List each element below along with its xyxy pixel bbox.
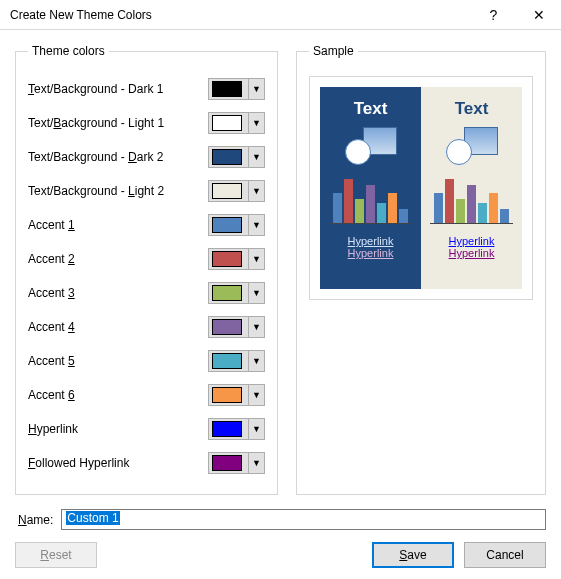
chevron-down-icon: ▼ — [248, 385, 264, 405]
sample-legend: Sample — [309, 44, 358, 58]
sample-preview: Text Hyperlink Hyperlink Text — [309, 76, 533, 300]
color-row-hyperlink: Hyperlink ▼ — [28, 412, 265, 446]
chevron-down-icon: ▼ — [248, 147, 264, 167]
color-label: Accent 6 — [28, 388, 75, 402]
chevron-down-icon: ▼ — [248, 317, 264, 337]
color-picker-light1[interactable]: ▼ — [208, 112, 265, 134]
color-row-dark1: Text/Background - Dark 1 ▼ — [28, 72, 265, 106]
chevron-down-icon: ▼ — [248, 249, 264, 269]
color-row-accent2: Accent 2 ▼ — [28, 242, 265, 276]
color-picker-accent1[interactable]: ▼ — [208, 214, 265, 236]
swatch — [212, 149, 242, 165]
window-title: Create New Theme Colors — [10, 8, 471, 22]
color-picker-accent4[interactable]: ▼ — [208, 316, 265, 338]
chevron-down-icon: ▼ — [248, 215, 264, 235]
color-row-light1: Text/Background - Light 1 ▼ — [28, 106, 265, 140]
chevron-down-icon: ▼ — [248, 79, 264, 99]
color-row-accent1: Accent 1 ▼ — [28, 208, 265, 242]
save-button[interactable]: Save — [372, 542, 454, 568]
swatch — [212, 455, 242, 471]
color-label: Accent 3 — [28, 286, 75, 300]
color-label: Text/Background - Light 2 — [28, 184, 164, 198]
sample-links: Hyperlink Hyperlink — [449, 235, 495, 259]
color-label: Accent 2 — [28, 252, 75, 266]
swatch — [212, 387, 242, 403]
swatch — [212, 285, 242, 301]
sample-chart-icon — [432, 173, 511, 223]
sample-hyperlink: Hyperlink — [449, 235, 495, 247]
swatch — [212, 319, 242, 335]
color-label: Text/Background - Dark 1 — [28, 82, 163, 96]
button-row: Reset Save Cancel — [0, 542, 561, 579]
sample-dark-card: Text Hyperlink Hyperlink — [320, 87, 421, 289]
color-row-dark2: Text/Background - Dark 2 ▼ — [28, 140, 265, 174]
name-input[interactable]: Custom 1 — [61, 509, 546, 530]
name-label: Name: — [18, 513, 53, 527]
swatch — [212, 353, 242, 369]
close-button[interactable]: ✕ — [516, 0, 561, 30]
color-label: Text/Background - Light 1 — [28, 116, 164, 130]
color-row-accent4: Accent 4 ▼ — [28, 310, 265, 344]
sample-shapes-icon — [341, 127, 401, 167]
color-picker-light2[interactable]: ▼ — [208, 180, 265, 202]
color-picker-dark2[interactable]: ▼ — [208, 146, 265, 168]
sample-text: Text — [455, 99, 489, 119]
color-picker-followed-hyperlink[interactable]: ▼ — [208, 452, 265, 474]
chevron-down-icon: ▼ — [248, 113, 264, 133]
color-label: Accent 1 — [28, 218, 75, 232]
sample-followed-hyperlink: Hyperlink — [449, 247, 495, 259]
swatch — [212, 251, 242, 267]
color-picker-accent3[interactable]: ▼ — [208, 282, 265, 304]
swatch — [212, 183, 242, 199]
color-label: Text/Background - Dark 2 — [28, 150, 163, 164]
color-row-light2: Text/Background - Light 2 ▼ — [28, 174, 265, 208]
color-label: Accent 5 — [28, 354, 75, 368]
color-row-accent3: Accent 3 ▼ — [28, 276, 265, 310]
chevron-down-icon: ▼ — [248, 181, 264, 201]
color-label: Accent 4 — [28, 320, 75, 334]
color-picker-hyperlink[interactable]: ▼ — [208, 418, 265, 440]
sample-light-card: Text Hyperlink Hyperlink — [421, 87, 522, 289]
color-label: Followed Hyperlink — [28, 456, 129, 470]
sample-chart-icon — [331, 173, 410, 223]
color-picker-dark1[interactable]: ▼ — [208, 78, 265, 100]
sample-text: Text — [354, 99, 388, 119]
sample-links: Hyperlink Hyperlink — [348, 235, 394, 259]
cancel-button[interactable]: Cancel — [464, 542, 546, 568]
reset-button: Reset — [15, 542, 97, 568]
color-row-accent6: Accent 6 ▼ — [28, 378, 265, 412]
color-row-accent5: Accent 5 ▼ — [28, 344, 265, 378]
sample-group: Sample Text Hyperlink Hyperlink — [296, 44, 546, 495]
color-picker-accent6[interactable]: ▼ — [208, 384, 265, 406]
dialog-content: Theme colors Text/Background - Dark 1 ▼ … — [0, 30, 561, 530]
swatch — [212, 217, 242, 233]
theme-colors-legend: Theme colors — [28, 44, 109, 58]
swatch — [212, 81, 242, 97]
chevron-down-icon: ▼ — [248, 351, 264, 371]
name-row: Name: Custom 1 — [18, 509, 546, 530]
swatch — [212, 115, 242, 131]
sample-hyperlink: Hyperlink — [348, 235, 394, 247]
sample-followed-hyperlink: Hyperlink — [348, 247, 394, 259]
help-button[interactable]: ? — [471, 0, 516, 30]
chevron-down-icon: ▼ — [248, 453, 264, 473]
sample-shapes-icon — [442, 127, 502, 167]
color-picker-accent5[interactable]: ▼ — [208, 350, 265, 372]
chevron-down-icon: ▼ — [248, 283, 264, 303]
color-label: Hyperlink — [28, 422, 78, 436]
title-bar: Create New Theme Colors ? ✕ — [0, 0, 561, 30]
theme-colors-group: Theme colors Text/Background - Dark 1 ▼ … — [15, 44, 278, 495]
color-row-followed-hyperlink: Followed Hyperlink ▼ — [28, 446, 265, 480]
chevron-down-icon: ▼ — [248, 419, 264, 439]
color-picker-accent2[interactable]: ▼ — [208, 248, 265, 270]
swatch — [212, 421, 242, 437]
